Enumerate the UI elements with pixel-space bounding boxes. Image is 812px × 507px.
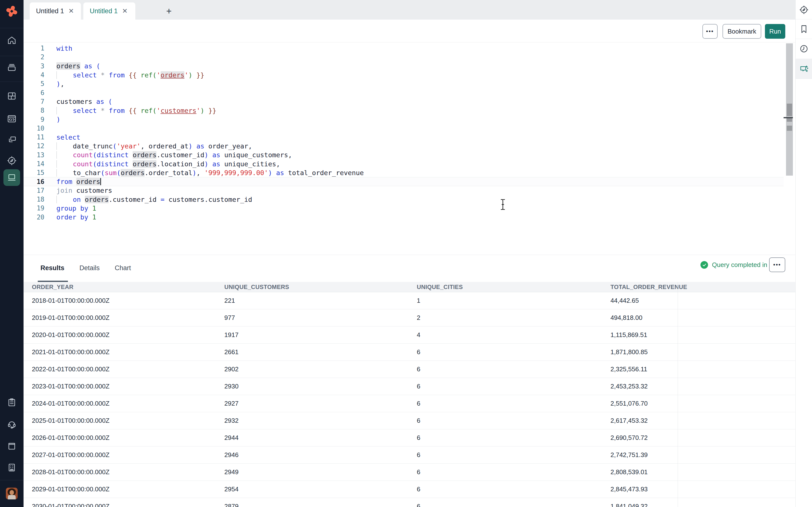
table-row[interactable]: 2029-01-01T00:00:00.000Z295462,845,473.9… — [23, 481, 795, 498]
panel-item-ai-chat[interactable] — [796, 59, 812, 78]
code-line[interactable]: 15 to_char(sum(orders.order_total), '999… — [23, 168, 783, 177]
code-token: total_order_revenue — [284, 169, 364, 177]
run-button[interactable]: Run — [765, 24, 785, 39]
code-text: on orders.customer_id = customers.custom… — [44, 196, 252, 203]
close-icon[interactable]: ✕ — [122, 8, 128, 14]
app-logo[interactable] — [0, 1, 23, 21]
sidebar-item-terminal-active[interactable] — [3, 169, 20, 186]
column-header[interactable]: UNIQUE_CUSTOMERS — [216, 284, 408, 290]
code-token — [129, 160, 133, 168]
code-token — [124, 71, 129, 79]
code-text: ) — [44, 116, 60, 123]
table-row[interactable]: 2020-01-01T00:00:00.000Z191741,115,869.5… — [23, 327, 795, 344]
user-avatar[interactable] — [6, 488, 18, 499]
code-token: orders — [120, 169, 145, 177]
code-token: , ordered_at — [141, 142, 188, 150]
bookmark-button[interactable]: Bookmark — [722, 24, 761, 39]
table-cell: 977 — [216, 314, 408, 322]
code-line[interactable]: 19group by 1 — [23, 204, 783, 213]
sidebar-item-code[interactable] — [0, 109, 23, 129]
code-line[interactable]: 6 — [23, 88, 783, 97]
close-icon[interactable]: ✕ — [68, 8, 74, 14]
code-token: as — [84, 62, 92, 70]
code-token — [97, 107, 101, 114]
table-row[interactable]: 2018-01-01T00:00:00.000Z221144,442.65 — [23, 292, 795, 309]
column-header[interactable]: ORDER_YEAR — [23, 284, 216, 290]
panel-item-history[interactable] — [796, 39, 812, 59]
code-line[interactable]: 5), — [23, 79, 783, 88]
code-line[interactable]: 9) — [23, 115, 783, 124]
table-row[interactable]: 2025-01-01T00:00:00.000Z293262,617,453.3… — [23, 412, 795, 429]
column-header[interactable]: TOTAL_ORDER_REVENUE — [602, 284, 795, 290]
code-line[interactable]: 4 select * from {{ ref('orders') }} — [23, 70, 783, 79]
code-token — [272, 169, 276, 177]
sidebar-item-home[interactable] — [0, 30, 23, 51]
code-line[interactable]: 16from orders — [23, 177, 783, 186]
table-row[interactable]: 2019-01-01T00:00:00.000Z9772494,818.00 — [23, 309, 795, 327]
table-row[interactable]: 2030-01-01T00:00:00.000Z287961,841,049.3… — [23, 498, 795, 507]
table-row[interactable]: 2028-01-01T00:00:00.000Z294962,808,539.0… — [23, 464, 795, 481]
code-token: .location_id — [156, 160, 204, 168]
tab-results[interactable]: Results — [41, 264, 64, 272]
code-line[interactable]: 18 on orders.customer_id = customers.cus… — [23, 195, 783, 204]
code-token — [81, 62, 84, 70]
sidebar-item-explore[interactable] — [0, 150, 23, 171]
code-line[interactable]: 8 select * from {{ ref('customers') }} — [23, 106, 783, 115]
dashboard-grid-icon — [7, 91, 17, 101]
sidebar-item-docs[interactable] — [0, 436, 23, 456]
editor-scrollbar-thumb[interactable] — [787, 118, 792, 122]
line-number: 17 — [23, 187, 44, 194]
sidebar-divider — [0, 28, 23, 28]
code-text: count(distinct orders.customer_id) as un… — [44, 151, 292, 159]
sidebar-item-projects[interactable] — [0, 57, 23, 78]
sidebar-item-organization[interactable] — [0, 457, 23, 478]
new-tab-button[interactable]: + — [162, 4, 175, 18]
results-more-button[interactable]: ••• — [769, 258, 785, 272]
tab-chart[interactable]: Chart — [115, 264, 131, 272]
code-line[interactable]: 3orders as ( — [23, 62, 783, 70]
editor-scrollbar-thumb[interactable] — [787, 104, 792, 116]
sidebar-item-support[interactable] — [0, 414, 23, 435]
table-cell: 221 — [216, 297, 408, 304]
code-line[interactable]: 2 — [23, 53, 783, 61]
table-row[interactable]: 2021-01-01T00:00:00.000Z266161,871,800.8… — [23, 344, 795, 361]
table-row[interactable]: 2024-01-01T00:00:00.000Z292762,551,076.7… — [23, 395, 795, 412]
code-text: customers as ( — [44, 98, 112, 105]
code-line[interactable]: 17join customers — [23, 186, 783, 195]
code-line[interactable]: 13 count(distinct orders.customer_id) as… — [23, 151, 783, 160]
tab-bar: Untitled 1 ✕ Untitled 1 ✕ + — [23, 0, 795, 19]
sql-editor[interactable]: 1with23orders as (4 select * from {{ ref… — [23, 42, 795, 255]
table-row[interactable]: 2022-01-01T00:00:00.000Z290262,325,556.1… — [23, 361, 795, 378]
code-token: = — [161, 196, 164, 203]
code-token — [104, 98, 108, 105]
table-row[interactable]: 2027-01-01T00:00:00.000Z294662,742,751.3… — [23, 447, 795, 464]
line-number: 14 — [23, 160, 44, 168]
code-token: 1 — [92, 213, 96, 221]
sidebar-item-clipboard[interactable] — [0, 392, 23, 413]
code-line[interactable]: 1with — [23, 44, 783, 53]
code-line[interactable]: 14 count(distinct orders.location_id) as… — [23, 160, 783, 168]
table-cell: 2,845,473.93 — [602, 486, 795, 493]
tab-untitled-1[interactable]: Untitled 1 ✕ — [30, 2, 81, 19]
panel-item-explore[interactable] — [796, 0, 812, 19]
ai-chat-icon — [799, 64, 809, 74]
table-row[interactable]: 2026-01-01T00:00:00.000Z294462,690,570.7… — [23, 429, 795, 447]
table-cell: 2029-01-01T00:00:00.000Z — [23, 486, 216, 493]
table-cell: 2949 — [216, 468, 408, 476]
code-token — [56, 196, 73, 203]
tab-details[interactable]: Details — [80, 264, 100, 272]
code-line[interactable]: 11select — [23, 133, 783, 142]
code-line[interactable]: 20order by 1 — [23, 213, 783, 222]
code-token: ) — [193, 169, 196, 177]
sidebar-item-dashboards[interactable] — [0, 86, 23, 106]
more-options-button[interactable]: ••• — [702, 24, 718, 39]
code-line[interactable]: 12 date_trunc('year', ordered_at) as ord… — [23, 142, 783, 150]
code-line[interactable]: 7customers as ( — [23, 97, 783, 106]
code-line[interactable]: 10 — [23, 124, 783, 133]
column-header[interactable]: UNIQUE_CITIES — [408, 284, 602, 290]
sidebar-item-windows[interactable] — [0, 129, 23, 150]
table-cell: 2020-01-01T00:00:00.000Z — [23, 331, 216, 339]
table-row[interactable]: 2023-01-01T00:00:00.000Z293062,453,253.3… — [23, 378, 795, 395]
panel-item-bookmarks[interactable] — [796, 19, 812, 39]
tab-untitled-2[interactable]: Untitled 1 ✕ — [83, 2, 135, 19]
